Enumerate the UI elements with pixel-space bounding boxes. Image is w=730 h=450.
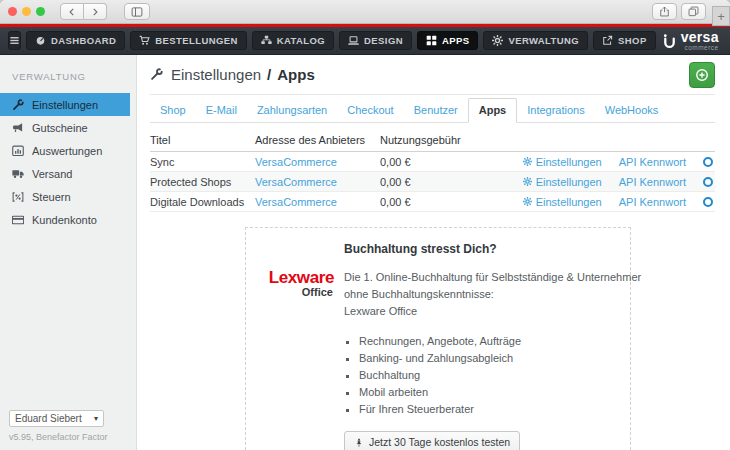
sidebar-item-einstellungen[interactable]: Einstellungen [0,93,130,116]
tab-zahlungsarten[interactable]: Zahlungsarten [247,99,337,122]
minimize-window-button[interactable] [22,7,31,16]
breadcrumb-separator: / [267,66,271,83]
sidebar-item-gutscheine[interactable]: Gutscheine [0,116,136,139]
brand-name: versa [681,30,719,44]
provider-link[interactable]: VersaCommerce [255,176,337,188]
nav-item-bestellungen[interactable]: BESTELLUNGEN [130,31,246,50]
power-icon[interactable] [703,177,713,187]
gear-icon [523,197,532,206]
app-title: Digitale Downloads [150,196,255,208]
tab-benutzer[interactable]: Benutzer [404,99,468,122]
app-settings-link[interactable]: Einstellungen [523,156,602,168]
wrench-icon [12,99,24,111]
gear-icon [523,157,532,166]
apps-table: Titel Adresse des Anbieters Nutzungsgebü… [150,132,715,212]
sidebar-item-auswertungen[interactable]: Auswertungen [0,139,136,162]
nav-item-verwaltung[interactable]: VERWALTUNG [483,31,588,50]
nav-item-label: BESTELLUNGEN [155,35,237,46]
lexware-logo-primary: Lexware [256,269,334,286]
rocket-icon [354,437,364,448]
percent-icon [12,191,24,203]
user-select[interactable]: Eduard Siebert ▾ [9,410,104,427]
browser-back-button[interactable] [60,3,84,20]
promo-feature: Buchhaltung [359,367,618,384]
nav-item-label: VERWALTUNG [508,35,579,46]
sidebar-item-label: Einstellungen [32,99,98,111]
nav-item-shop[interactable]: SHOP [593,31,656,50]
nav-item-design[interactable]: DESIGN [339,31,412,50]
tab-apps[interactable]: Apps [468,98,518,123]
sidebar-item-label: Auswertungen [32,145,102,157]
share-button[interactable] [652,3,677,20]
nav-item-label: DESIGN [364,35,403,46]
share-icon [659,6,670,17]
browser-window: + DASHBOARD BESTELLUNGEN KATALOG DESIGN … [0,0,730,450]
sidebar-item-versand[interactable]: Versand [0,162,136,185]
tab-checkout[interactable]: Checkout [337,99,403,122]
nav-item-label: APPS [442,35,469,46]
tab-overview-button[interactable] [681,3,706,20]
app-fee: 0,00 € [380,156,523,168]
settings-label: Einstellungen [536,196,602,208]
tab-integrations[interactable]: Integrations [517,99,594,122]
page-header: Einstellungen / Apps [150,55,715,95]
versacommerce-logo: versa commerce [661,30,723,52]
provider-link[interactable]: VersaCommerce [255,196,337,208]
chevron-right-icon [90,7,100,17]
app-settings-link[interactable]: Einstellungen [523,176,602,188]
tab-email[interactable]: E-Mail [196,99,247,122]
panel-icon [131,6,143,18]
column-titel: Titel [150,134,255,146]
zoom-window-button[interactable] [36,7,45,16]
settings-label: Einstellungen [536,176,602,188]
settings-tabs: Shop E-Mail Zahlungsarten Checkout Benut… [150,95,715,123]
provider-link[interactable]: VersaCommerce [255,156,337,168]
api-password-link[interactable]: API Kennwort [619,156,686,168]
sidebar-item-kundenkonto[interactable]: Kundenkonto [0,208,136,231]
promo-heading: Buchhaltung stresst Dich? [344,242,618,256]
column-nutzungsgebuehr: Nutzungsgebühr [380,134,715,146]
power-icon[interactable] [703,157,713,167]
sidebar-item-steuern[interactable]: Steuern [0,185,136,208]
promo-text-line: Die 1. Online-Buchhaltung für Selbststän… [344,269,618,286]
close-window-button[interactable] [8,7,17,16]
app-settings-link[interactable]: Einstellungen [523,196,602,208]
browser-chrome: + [0,0,730,24]
sidebar-item-label: Steuern [32,191,71,203]
truck-icon [12,168,24,180]
laptop-icon [348,35,359,46]
power-icon[interactable] [703,197,713,207]
sitemap-icon [261,35,272,46]
new-tab-button[interactable]: + [712,6,730,26]
nav-item-label: DASHBOARD [51,35,116,46]
nav-item-apps[interactable]: APPS [417,31,478,50]
table-row: Protected Shops VersaCommerce 0,00 € Ein… [150,172,715,192]
external-link-icon [602,35,613,46]
free-trial-button[interactable]: Jetzt 30 Tage kostenlos testen [344,431,520,450]
promo-feature-list: Rechnungen, Angebote, Aufträge Banking- … [359,333,618,418]
promo-text-line: Lexware Office [344,303,618,320]
app-fee: 0,00 € [380,196,523,208]
app-fee: 0,00 € [380,176,523,188]
browser-forward-button[interactable] [84,3,107,20]
nav-item-dashboard[interactable]: DASHBOARD [26,31,125,50]
app-title: Protected Shops [150,176,255,188]
promo-feature: Rechnungen, Angebote, Aufträge [359,333,618,350]
nav-item-katalog[interactable]: KATALOG [252,31,334,50]
api-password-link[interactable]: API Kennwort [619,176,686,188]
sidebar-toggle-button[interactable] [124,3,150,20]
add-app-button[interactable] [689,62,715,88]
tab-shop[interactable]: Shop [150,99,196,122]
lexware-logo-secondary: Office [256,287,334,298]
promo-feature: Mobil arbeiten [359,384,618,401]
lexware-logo: Lexware Office [256,242,334,450]
user-select-value: Eduard Siebert [15,413,82,424]
bullhorn-icon [12,122,24,134]
settings-label: Einstellungen [536,156,602,168]
gear-icon [523,177,532,186]
versa-u-icon [661,34,678,49]
tab-webhooks[interactable]: WebHooks [595,99,669,122]
brand-tagline: commerce [684,45,718,52]
menu-toggle-button[interactable] [8,31,21,50]
api-password-link[interactable]: API Kennwort [619,196,686,208]
